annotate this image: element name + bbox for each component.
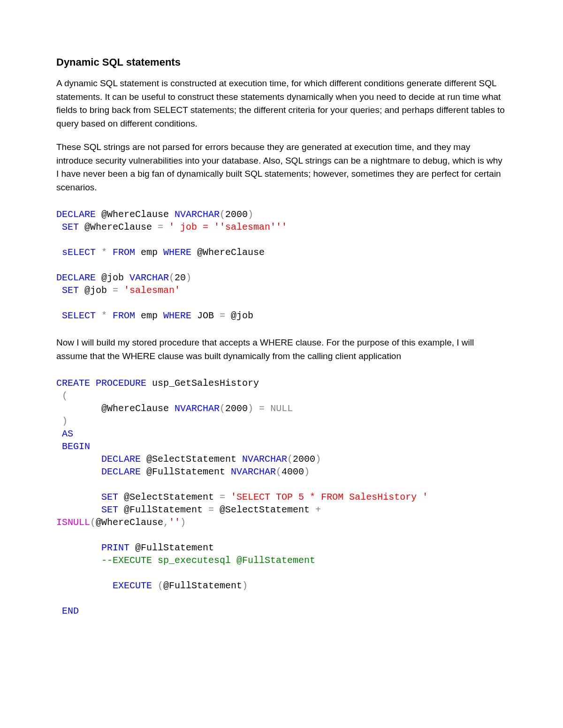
code-token: = [220,310,225,321]
code-token: 'salesman' [118,285,180,296]
paragraph-2: These SQL strings are not parsed for err… [56,141,507,194]
code-token: BEGIN [56,441,90,452]
code-token: = [158,222,163,233]
code-token: @FullStatement [129,542,214,553]
paragraph-1: A dynamic SQL statement is constructed a… [56,77,507,130]
code-token: VARCHAR [129,272,169,283]
code-token: SELECT [56,310,101,321]
code-block-1: DECLARE @WhereClause NVARCHAR(2000) SET … [56,208,507,322]
code-token: ( [220,209,225,220]
code-token: --EXECUTE sp_executesql @FullStatement [56,555,315,566]
code-token: JOB [191,310,220,321]
code-token: NVARCHAR [231,466,276,477]
code-token: ' job = ''salesman''' [163,222,287,233]
code-token: @WhereClause [96,517,163,528]
code-token: sELECT [56,247,101,258]
code-token: ( [90,517,96,528]
code-token: ) [186,272,191,283]
code-token: ) [56,416,68,427]
code-token: ( [276,466,282,477]
code-token: NULL [265,403,293,414]
code-token: PROCEDURE [90,378,146,389]
code-token: ( [158,580,163,591]
paragraph-3: Now I will build my stored procedure tha… [56,336,507,363]
code-token: 2000 [293,454,315,465]
code-token: @FullStatement [163,580,242,591]
code-block-2: CREATE PROCEDURE usp_GetSalesHistory ( @… [56,377,507,617]
code-token: DECLARE [56,209,96,220]
code-token: @SelectStatement [141,454,242,465]
code-token: + [315,504,321,515]
code-token: WHERE [163,310,191,321]
code-token: SET [56,504,118,515]
code-token: @WhereClause [96,209,175,220]
code-token: 20 [175,272,186,283]
code-token: ) [315,454,321,465]
code-token: WHERE [163,247,191,258]
code-token: FROM [107,247,135,258]
code-token: AS [56,428,73,439]
code-token: @WhereClause [56,403,175,414]
code-token: ISNULL [56,517,90,528]
code-token: ) [248,209,253,220]
code-token: = [220,492,225,503]
code-token: SET [56,222,79,233]
code-token: NVARCHAR [242,454,287,465]
code-token: 2000 [225,403,248,414]
code-token: ( [287,454,293,465]
code-token: PRINT [56,542,129,553]
code-token: * [101,310,107,321]
code-token: ( [220,403,225,414]
code-token: 4000 [282,466,304,477]
document-page: Dynamic SQL statements A dynamic SQL sta… [0,0,563,728]
code-token: ) [304,466,310,477]
code-token: = [208,504,214,515]
code-token: '' [169,517,180,528]
code-token: * [101,247,107,258]
code-token: DECLARE [56,454,141,465]
code-token: , [163,517,169,528]
code-token: @WhereClause [79,222,158,233]
code-token: = [113,285,118,296]
page-title: Dynamic SQL statements [56,56,507,68]
code-token: DECLARE [56,272,96,283]
code-token: SET [56,285,79,296]
code-token: emp [135,310,163,321]
code-token: ( [56,390,68,401]
code-token: SET [56,492,118,503]
code-token: usp_GetSalesHistory [146,378,259,389]
code-token: ( [169,272,175,283]
code-token: @WhereClause [191,247,265,258]
code-token: EXECUTE [56,580,158,591]
code-token: 2000 [225,209,248,220]
code-token: @FullStatement [141,466,231,477]
code-token: @SelectStatement [214,504,315,515]
code-token: @job [225,310,253,321]
code-token: ) [248,403,253,414]
code-token: FROM [107,310,135,321]
code-token: 'SELECT TOP 5 * FROM SalesHistory ' [225,492,428,503]
code-token: @job [96,272,129,283]
code-token: CREATE [56,378,90,389]
code-token: = [253,403,265,414]
code-token: DECLARE [56,466,141,477]
code-token: @SelectStatement [118,492,220,503]
code-token: END [56,606,79,616]
code-token: @job [79,285,113,296]
code-token: @FullStatement [118,504,208,515]
code-token: ) [242,580,248,591]
code-token: NVARCHAR [175,209,220,220]
code-token: ) [180,517,186,528]
code-token: NVARCHAR [175,403,220,414]
code-token: emp [135,247,163,258]
